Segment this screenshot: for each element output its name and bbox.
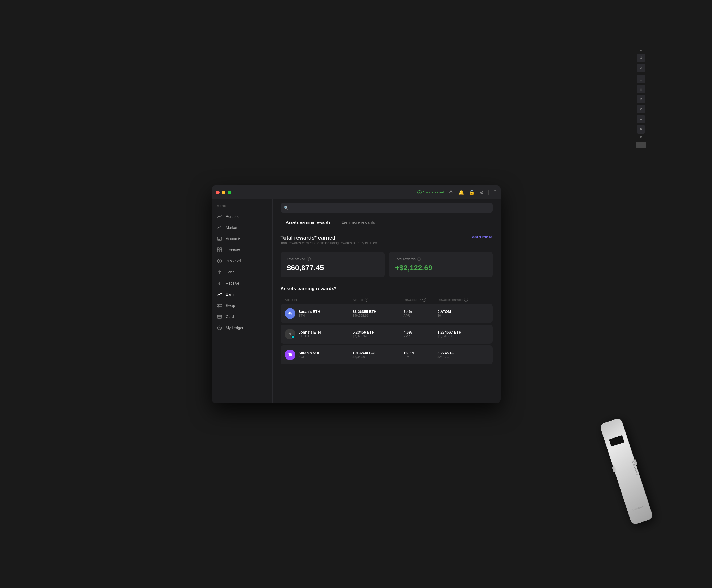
table-row[interactable]: S Johns's ETH STETH 5.23456 ETH $7,328.3… (281, 324, 493, 344)
total-staked-value: $60,877.45 (287, 264, 378, 272)
asset-info-eth: Sarah's ETH ETH (285, 308, 353, 319)
buy-sell-icon: $ (217, 258, 222, 264)
sidebar-item-portfolio[interactable]: Portfolio (211, 211, 272, 222)
minimize-button[interactable] (222, 190, 225, 194)
maximize-button[interactable] (227, 190, 231, 194)
eth-staked: 33.26355 ETH $46,568.96 (353, 310, 404, 317)
assets-title: Assets earning rewards* (281, 286, 493, 292)
eye-icon[interactable]: 👁 (449, 189, 453, 195)
close-button[interactable] (216, 190, 220, 194)
table-row[interactable]: Sarah's ETH ETH 33.26355 ETH $46,568.96 … (281, 304, 493, 323)
total-staked-card: Total staked i $60,877.45 (281, 252, 385, 277)
col-rewards-earned: Rewards earned i (438, 298, 488, 302)
col-staked: Staked i (353, 298, 404, 302)
tab-earn-more[interactable]: Earn more rewards (336, 216, 381, 228)
tab-bar: Assets earning rewards Earn more rewards (272, 216, 501, 228)
svg-marker-17 (288, 311, 290, 314)
rewards-earned-info-icon[interactable]: i (464, 298, 468, 301)
col-account: Account (285, 298, 353, 302)
discover-icon (217, 247, 222, 253)
sidebar-item-receive[interactable]: Receive (211, 278, 272, 289)
portfolio-label: Portfolio (226, 214, 240, 218)
sync-icon: ✓ (418, 190, 422, 194)
eth-rewards-pct: 7.4% APR (404, 310, 438, 317)
gear-icon[interactable]: ⚙ (480, 189, 484, 195)
sol-avatar (285, 350, 296, 360)
ledger-right-button (633, 460, 637, 465)
add-icon: + (637, 115, 645, 124)
svg-rect-4 (220, 248, 222, 250)
learn-more-button[interactable]: Learn more (469, 235, 492, 239)
accounts-icon (217, 236, 222, 241)
bell-icon[interactable]: 🔔 (458, 189, 464, 195)
sync-label: Synchronized (423, 190, 444, 194)
total-rewards-header: Total rewards* earned Total rewards earn… (281, 235, 493, 250)
svg-rect-2 (218, 239, 220, 239)
svg-marker-16 (290, 311, 292, 314)
ledger-brand-label: LEDGER (632, 505, 644, 511)
send-icon (217, 270, 222, 275)
table-row[interactable]: Sarah's SOL SOL 101.6534 SOL $3,049.61 1… (281, 345, 493, 364)
svg-rect-0 (218, 237, 222, 240)
branch-icon: ⊕ (637, 95, 645, 103)
settings-icon: ⚙ (637, 54, 645, 62)
sidebar-item-buy-sell[interactable]: $ Buy / Sell (211, 255, 272, 267)
titlebar: ✓ Synchronized 👁 🔔 🔒 ⚙ ? (211, 186, 501, 199)
total-rewards-card: Total rewards i +$2,122.69 (389, 252, 493, 277)
search-area: 🔍 (272, 199, 501, 216)
my-ledger-icon (217, 325, 222, 331)
eth-rewards-earned: 0 ATOM $0 (438, 310, 488, 317)
search-icon: 🔍 (284, 206, 288, 210)
receive-icon (217, 280, 222, 286)
ledger-screen (609, 435, 624, 447)
steth-avatar: S (285, 329, 296, 339)
right-panel: ▲ ⚙ ⊘ ⊞ ⊟ ⊕ ⊗ + ⚑ ▼ (636, 48, 646, 148)
total-staked-info-icon[interactable]: i (307, 257, 310, 261)
rewards-table: Account Staked i Rewards % i Rewards ear… (281, 296, 493, 364)
total-rewards-title: Total rewards* earned Total rewards earn… (281, 235, 378, 250)
total-rewards-value: +$2,122.69 (395, 264, 486, 272)
layers-icon: ⊟ (637, 85, 645, 93)
sync-status: ✓ Synchronized (418, 190, 444, 194)
sidebar-item-send[interactable]: Send (211, 267, 272, 278)
rewards-pct-info-icon[interactable]: i (423, 298, 426, 301)
search-bar[interactable]: 🔍 (281, 203, 493, 212)
svg-rect-1 (218, 238, 221, 238)
tab-assets-earning[interactable]: Assets earning rewards (281, 216, 336, 228)
asset-info-steth: S Johns's ETH STETH (285, 329, 353, 339)
sidebar-item-earn[interactable]: Earn (211, 289, 272, 300)
lock-icon[interactable]: 🔒 (469, 189, 475, 195)
card-icon (217, 314, 222, 319)
staked-info-icon[interactable]: i (365, 298, 368, 301)
sol-account-details: Sarah's SOL SOL (299, 351, 321, 359)
market-label: Market (226, 226, 237, 230)
block-icon: ⊘ (637, 64, 645, 72)
svg-rect-5 (218, 250, 219, 252)
total-rewards-info-icon[interactable]: i (417, 257, 421, 261)
total-rewards-label: Total rewards i (395, 257, 486, 261)
eth-avatar (285, 308, 296, 319)
svg-rect-11 (218, 315, 222, 318)
sidebar-item-accounts[interactable]: Accounts (211, 233, 272, 244)
earn-icon (217, 292, 222, 297)
titlebar-actions: ✓ Synchronized 👁 🔔 🔒 ⚙ ? (418, 189, 496, 195)
chevron-down-icon: ▼ (639, 135, 643, 140)
table-header: Account Staked i Rewards % i Rewards ear… (281, 296, 493, 304)
sidebar-item-my-ledger[interactable]: My Ledger (211, 322, 272, 333)
sidebar-item-swap[interactable]: Swap (211, 300, 272, 311)
sidebar-item-market[interactable]: Market (211, 222, 272, 233)
discover-label: Discover (226, 248, 240, 252)
ledger-nano-body: Cosmos LEDGER (599, 418, 653, 525)
help-icon[interactable]: ? (493, 189, 496, 195)
nano-thumbnail (636, 142, 646, 148)
divider (488, 190, 489, 195)
steth-staked: 5.23456 ETH $7,328.39 (353, 330, 404, 338)
col-rewards-pct: Rewards % i (404, 298, 438, 302)
swap-icon (217, 303, 222, 308)
rewards-content: Total rewards* earned Total rewards earn… (272, 228, 501, 403)
svg-rect-3 (218, 248, 219, 250)
sidebar-item-card[interactable]: Card (211, 311, 272, 322)
sidebar-item-discover[interactable]: Discover (211, 244, 272, 255)
accounts-label: Accounts (226, 237, 241, 241)
traffic-lights (216, 190, 231, 194)
